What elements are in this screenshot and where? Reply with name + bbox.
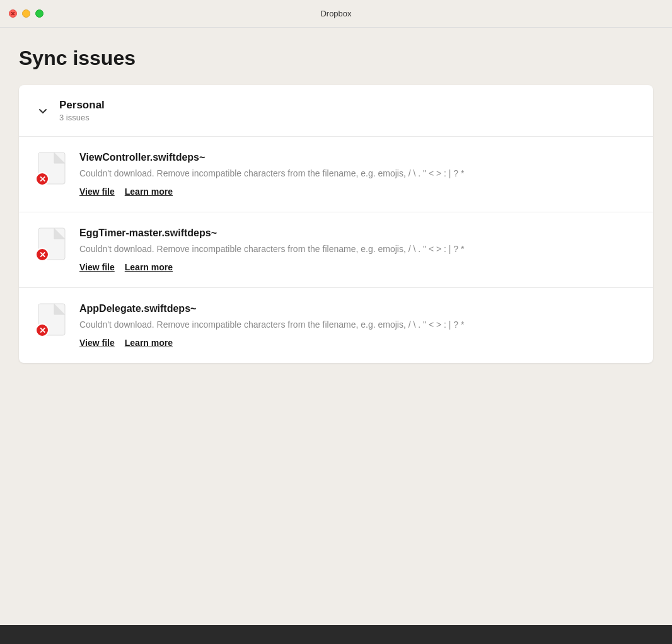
error-badge-2: ✕ [35,323,49,337]
file-details-0: ViewController.swiftdeps~ Couldn't downl… [79,152,634,197]
file-error-2: Couldn't download. Remove incompatible c… [79,318,634,331]
learn-more-button-0[interactable]: Learn more [125,187,173,197]
file-name-0: ViewController.swiftdeps~ [79,152,634,163]
window-title: Dropbox [320,9,351,18]
learn-more-button-2[interactable]: Learn more [125,338,173,348]
file-details-1: EggTimer-master.swiftdeps~ Couldn't down… [79,227,634,272]
file-item-2: ✕ AppDelegate.swiftdeps~ Couldn't downlo… [19,288,653,363]
error-badge-0: ✕ [35,172,49,186]
section-header: Personal 3 issues [19,85,653,137]
file-icon-wrapper-1: ✕ [38,227,68,260]
file-actions-0: View file Learn more [79,187,634,197]
collapse-chevron-icon[interactable] [38,106,48,116]
file-details-2: AppDelegate.swiftdeps~ Couldn't download… [79,303,634,348]
window-controls [9,9,43,18]
minimize-button[interactable] [22,9,30,18]
section-name: Personal [59,99,105,112]
taskbar [0,625,672,644]
view-file-button-2[interactable]: View file [79,338,115,348]
maximize-button[interactable] [35,9,43,18]
file-error-0: Couldn't download. Remove incompatible c… [79,167,634,180]
section-info: Personal 3 issues [59,99,105,122]
issues-card: Personal 3 issues ✕ ViewController.swift… [19,85,653,363]
title-bar: Dropbox [0,0,672,28]
file-icon-wrapper-2: ✕ [38,303,68,336]
file-item-0: ✕ ViewController.swiftdeps~ Couldn't dow… [19,137,653,212]
file-error-1: Couldn't download. Remove incompatible c… [79,243,634,256]
view-file-button-1[interactable]: View file [79,262,115,272]
view-file-button-0[interactable]: View file [79,187,115,197]
page-content: Sync issues Personal 3 issues [0,28,672,382]
file-icon-wrapper-0: ✕ [38,152,68,185]
page-title: Sync issues [19,47,653,70]
file-actions-2: View file Learn more [79,338,634,348]
file-actions-1: View file Learn more [79,262,634,272]
learn-more-button-1[interactable]: Learn more [125,262,173,272]
section-issues-count: 3 issues [59,113,105,122]
close-button[interactable] [9,9,17,18]
file-name-2: AppDelegate.swiftdeps~ [79,303,634,314]
error-badge-1: ✕ [35,248,49,262]
file-item-1: ✕ EggTimer-master.swiftdeps~ Couldn't do… [19,212,653,288]
file-name-1: EggTimer-master.swiftdeps~ [79,227,634,239]
